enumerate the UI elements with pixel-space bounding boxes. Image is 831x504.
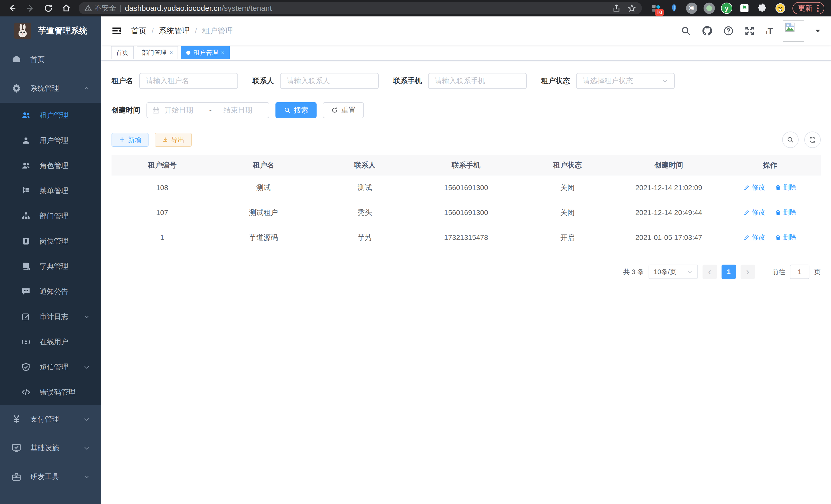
chevron-down-icon [83,473,90,480]
font-size-icon[interactable]: тT [765,26,772,36]
extensions-puzzle-icon[interactable] [756,2,768,14]
tab-dept[interactable]: 部门管理 × [137,46,178,59]
forward-icon[interactable] [25,3,36,14]
broken-image-icon [785,22,795,32]
extension-kite-icon[interactable] [668,2,680,14]
sidebar-item-error-code[interactable]: 错误码管理 [0,380,101,405]
sidebar-item-notice[interactable]: 通知公告 [0,279,101,304]
post-icon [21,236,31,246]
pagination: 共 3 条 10条/页 ‹ 1 › 前往 页 [112,265,821,279]
sidebar-item-online-user[interactable]: 在线用户 [0,329,101,355]
caret-down-icon[interactable] [814,28,821,34]
sidebar-item-system[interactable]: 系统管理 [0,74,101,103]
sidebar-menu: 首页 系统管理 租户管理 用户管理 角色管理 [0,45,101,504]
hide-search-button[interactable] [782,131,799,148]
filter-row-1: 租户名 联系人 联系手机 租户状态 请选择租户状态 [112,73,821,89]
tab-tenant[interactable]: 租户管理 × [181,46,230,59]
help-icon[interactable] [723,25,734,36]
extension-icons: 10 ⌘ y 更新 [650,2,824,14]
logo-image [15,23,31,39]
sidebar-fold-icon[interactable] [111,25,122,36]
tenant-name-input[interactable] [146,77,231,85]
table-header-row: 租户编号 租户名 联系人 联系手机 租户状态 创建时间 操作 [112,155,821,175]
address-bar[interactable]: 不安全 dashboard.yudao.iocoder.cn/system/te… [79,2,642,14]
delete-button[interactable]: 删除 [775,183,797,192]
sidebar-item-dept[interactable]: 部门管理 [0,203,101,229]
sidebar-item-role[interactable]: 角色管理 [0,153,101,178]
edit-button[interactable]: 修改 [744,208,765,217]
export-button[interactable]: 导出 [155,133,192,147]
status-label: 租户状态 [541,76,570,86]
extension-cmd-icon[interactable]: ⌘ [686,3,697,14]
chevron-down-icon [662,78,668,84]
refresh-icon [331,107,338,114]
back-icon[interactable] [7,3,18,14]
app-logo[interactable]: 芋道管理系统 [0,17,101,45]
tenant-table: 租户编号 租户名 联系人 联系手机 租户状态 创建时间 操作 108 测试 测试 [112,155,821,250]
extension-dot-icon[interactable] [704,3,715,14]
date-range-picker[interactable]: 开始日期 - 结束日期 [146,102,269,118]
github-icon[interactable] [701,25,713,36]
search-icon[interactable] [681,25,691,36]
active-dot [186,51,191,55]
edit-button[interactable]: 修改 [744,233,765,242]
plus-icon [119,137,125,143]
extension-flag-icon[interactable] [739,2,750,14]
home-icon[interactable] [61,3,72,14]
sidebar-item-dict[interactable]: 字典管理 [0,254,101,279]
delete-button[interactable]: 删除 [775,208,797,217]
close-icon[interactable]: × [221,49,225,56]
extension-grid-icon[interactable]: 10 [650,2,662,14]
refresh-button[interactable] [804,131,821,148]
page-1-button[interactable]: 1 [721,265,736,279]
sidebar-item-pay[interactable]: 支付管理 [0,405,101,434]
page-size-select[interactable]: 10条/页 [649,265,698,279]
goto-page-input[interactable] [790,265,809,279]
menu-tree-icon [21,186,31,196]
sidebar-item-infra[interactable]: 基础设施 [0,434,101,463]
profile-avatar-icon[interactable] [774,2,786,14]
top-navbar: 首页 / 系统管理 / 租户管理 тT [101,17,831,45]
error-code-icon [21,387,31,397]
dashboard-icon [11,55,22,65]
close-icon[interactable]: × [170,49,173,56]
trash-icon [775,184,781,190]
sidebar-item-devtool[interactable]: 研发工具 [0,463,101,491]
delete-button[interactable]: 删除 [775,233,797,242]
search-button[interactable]: 搜索 [276,102,317,118]
tab-home[interactable]: 首页 [111,46,134,59]
prev-page-button[interactable]: ‹ [703,265,717,279]
site-security-chip[interactable]: 不安全 [84,3,116,13]
pagination-total: 共 3 条 [623,267,644,276]
reload-icon[interactable] [42,3,54,14]
edit-pen-icon [744,184,750,190]
breadcrumb-home[interactable]: 首页 [131,26,146,36]
fullscreen-icon[interactable] [744,25,755,36]
reset-button[interactable]: 重置 [323,102,364,118]
browser-menu-icon[interactable] [817,5,819,12]
share-icon[interactable] [612,4,621,12]
goto-label: 前往 [772,267,785,276]
browser-update-button[interactable]: 更新 [793,2,824,14]
breadcrumb-system[interactable]: 系统管理 [159,26,190,36]
magnifier-icon [284,107,291,114]
infra-monitor-icon [11,443,22,453]
edit-button[interactable]: 修改 [744,183,765,192]
next-page-button[interactable]: › [741,265,755,279]
app-title: 芋道管理系统 [38,25,87,36]
sidebar-item-home[interactable]: 首页 [0,45,101,74]
user-avatar[interactable] [783,20,804,41]
sidebar-item-tenant[interactable]: 租户管理 [0,103,101,128]
status-select[interactable]: 请选择租户状态 [576,73,675,89]
contact-input[interactable] [287,77,372,85]
sidebar-item-sms[interactable]: 短信管理 [0,355,101,380]
extension-yuque-icon[interactable]: y [721,3,732,14]
add-button[interactable]: 新增 [112,133,148,147]
mobile-input[interactable] [435,77,520,85]
chevron-up-icon [83,85,90,92]
sidebar-item-menu[interactable]: 菜单管理 [0,178,101,203]
sidebar-item-post[interactable]: 岗位管理 [0,229,101,254]
bookmark-star-icon[interactable] [628,4,636,12]
sidebar-item-user[interactable]: 用户管理 [0,128,101,153]
sidebar-item-audit-log[interactable]: 审计日志 [0,304,101,329]
